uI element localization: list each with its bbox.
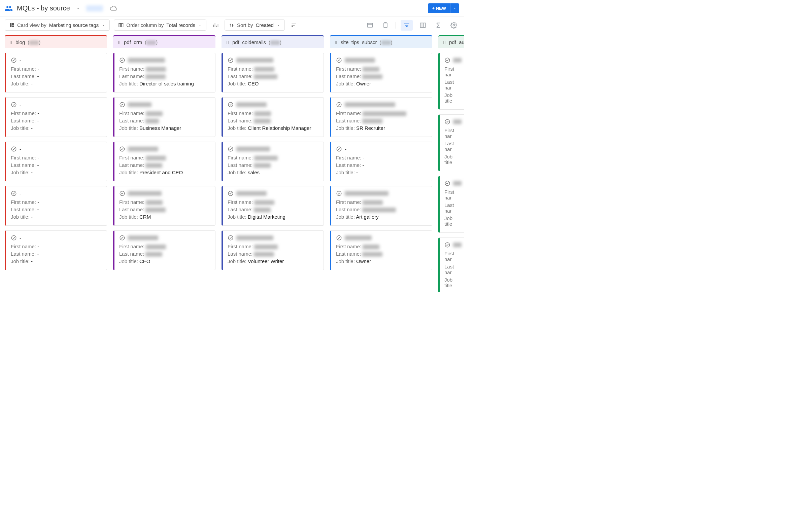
card-title-redacted	[236, 102, 267, 107]
column-site_tips_subscr: site_tips_subscr()First name: Last name:…	[330, 35, 432, 292]
first-name-field: First name:	[336, 110, 427, 116]
job-title-field: Job title: SR Recruiter	[336, 125, 427, 131]
drag-handle-icon[interactable]	[9, 40, 13, 44]
job-title-field: Job title	[444, 154, 462, 165]
last-name-field: Last name:	[119, 162, 210, 168]
record-card[interactable]: First name: Last name: Job title: Busine…	[113, 97, 215, 137]
record-card[interactable]: First name: Last name: Job title: CEO	[113, 231, 215, 270]
svg-point-6	[453, 24, 455, 26]
card-title-redacted	[453, 58, 462, 63]
job-title-field: Job title: Owner	[336, 258, 427, 264]
column-header[interactable]: pdf_coldemails()	[222, 35, 324, 48]
chart-icon[interactable]	[210, 20, 221, 30]
first-name-field: First name:	[228, 66, 319, 72]
job-title-field: Job title: Owner	[336, 81, 427, 86]
card-title: -	[20, 58, 21, 63]
last-name-field: Last name:	[119, 251, 210, 257]
column-header[interactable]: pdf_crm()	[113, 35, 215, 48]
column-count: ()	[380, 39, 393, 45]
svg-point-32	[228, 41, 229, 42]
record-card[interactable]: First name: Last name: Job title: Art ga…	[330, 186, 432, 226]
last-name-field: Last name: -	[336, 162, 427, 168]
new-button[interactable]: + NEW	[428, 3, 450, 13]
title-dropdown[interactable]	[76, 6, 80, 10]
svg-point-23	[119, 43, 120, 44]
record-card[interactable]: First name: Last name: Job title: Direct…	[113, 53, 215, 92]
column-header[interactable]: pdf_au()	[438, 35, 464, 48]
last-name-field: Last nar	[444, 79, 462, 90]
last-name-field: Last name:	[228, 73, 319, 79]
sort-by-selector[interactable]: Sort by Created	[225, 20, 285, 31]
settings-gear-icon[interactable]	[448, 20, 459, 31]
column-pdf_au: pdf_au()First narLast narJob titleFirst …	[438, 35, 464, 292]
record-card[interactable]: First name: Last name: Job title: Owner	[330, 53, 432, 92]
record-card[interactable]: First name: Last name: Job title: Owner	[330, 231, 432, 270]
last-name-field: Last name:	[228, 207, 319, 212]
record-card[interactable]: -First name: -Last name: -Job title: -	[5, 231, 107, 270]
svg-point-18	[118, 41, 119, 42]
first-name-field: First name:	[336, 66, 427, 72]
view-card-icon[interactable]	[365, 20, 375, 31]
record-card[interactable]: -First name: -Last name: -Job title: -	[5, 142, 107, 181]
record-card[interactable]: -First name: -Last name: -Job title: -	[5, 186, 107, 226]
last-name-field: Last name: -	[11, 251, 102, 257]
job-title-field: Job title: -	[11, 81, 102, 86]
record-card[interactable]: -First name: -Last name: -Job title: -	[330, 142, 432, 181]
new-button-dropdown[interactable]	[450, 3, 459, 13]
column-pdf_coldemails: pdf_coldemails()First name: Last name: J…	[222, 35, 324, 292]
record-card[interactable]: First name: Last name: Job title: sales	[222, 142, 324, 181]
column-blog: blog()-First name: -Last name: -Job titl…	[5, 35, 107, 292]
card-title-redacted	[236, 236, 273, 240]
record-card[interactable]: -First name: -Last name: -Job title: -	[5, 97, 107, 137]
sigma-icon[interactable]	[433, 20, 444, 31]
drag-handle-icon[interactable]	[442, 40, 446, 44]
order-column-selector[interactable]: Order column by Total records	[114, 20, 206, 31]
job-title-field: Job title: Art gallery	[336, 214, 427, 220]
record-card[interactable]: First narLast narJob title	[438, 114, 464, 171]
clipboard-icon[interactable]	[380, 20, 391, 31]
svg-point-56	[445, 43, 445, 44]
column-header[interactable]: site_tips_subscr()	[330, 35, 432, 48]
header: MQLs - by source + NEW	[0, 0, 464, 17]
card-title-redacted	[345, 58, 375, 63]
filter-icon[interactable]	[401, 20, 413, 31]
first-name-field: First name:	[228, 199, 319, 205]
drag-handle-icon[interactable]	[226, 40, 230, 44]
job-title-field: Job title: -	[11, 258, 102, 264]
page-title: MQLs - by source	[17, 4, 70, 12]
first-name-field: First name: -	[11, 244, 102, 249]
column-name: pdf_au	[449, 39, 464, 45]
record-card[interactable]: First name: Last name: Job title: Client…	[222, 97, 324, 137]
first-name-field: First name:	[228, 244, 319, 249]
column-name: site_tips_subscr	[341, 39, 377, 45]
svg-point-9	[10, 43, 10, 44]
record-card[interactable]: -First name: -Last name: -Job title: -	[5, 53, 107, 92]
sort-lines-icon[interactable]	[289, 20, 299, 30]
last-name-field: Last name:	[336, 118, 427, 123]
svg-point-30	[227, 42, 227, 43]
record-card[interactable]: First name: Last name: Job title: Volunt…	[222, 231, 324, 270]
first-name-field: First name:	[119, 155, 210, 160]
cloud-sync-icon[interactable]	[110, 5, 117, 12]
card-view-selector[interactable]: Card view by Marketing source tags	[5, 20, 110, 31]
cardview-prefix: Card view by	[17, 22, 47, 28]
columns-icon[interactable]	[417, 20, 428, 31]
svg-point-7	[10, 41, 10, 42]
drag-handle-icon[interactable]	[334, 40, 338, 44]
record-card[interactable]: First name: Last name: Job title: SR Rec…	[330, 97, 432, 137]
job-title-field: Job title: sales	[228, 170, 319, 175]
job-title-field: Job title: CEO	[228, 81, 319, 86]
new-button-group: + NEW	[428, 3, 459, 13]
record-card[interactable]: First name: Last name: Job title: CEO	[222, 53, 324, 92]
job-title-field: Job title: -	[11, 170, 102, 175]
record-card[interactable]: First narLast narJob title	[438, 53, 464, 110]
column-header[interactable]: blog()	[5, 35, 107, 48]
job-title-field: Job title	[444, 277, 462, 288]
record-card[interactable]: First name: Last name: Job title: CRM	[113, 186, 215, 226]
svg-point-42	[335, 43, 336, 44]
record-card[interactable]: First narLast narJob title	[438, 176, 464, 233]
record-card[interactable]: First name: Last name: Job title: Presid…	[113, 142, 215, 181]
drag-handle-icon[interactable]	[117, 40, 121, 44]
record-card[interactable]: First narLast narJob title	[438, 238, 464, 292]
record-card[interactable]: First name: Last name: Job title: Digita…	[222, 186, 324, 226]
